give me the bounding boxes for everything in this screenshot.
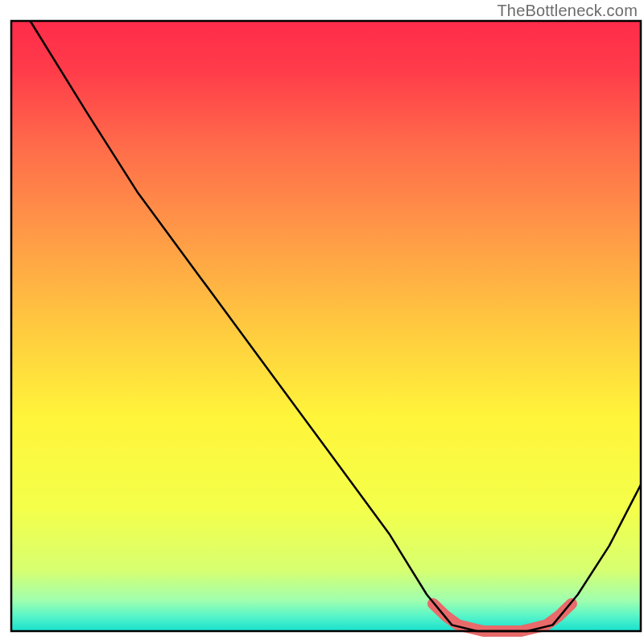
watermark-text: TheBottleneck.com: [497, 2, 638, 20]
bottleneck-chart: [0, 0, 644, 644]
gradient-background: [11, 21, 641, 631]
chart-svg: [0, 0, 644, 644]
